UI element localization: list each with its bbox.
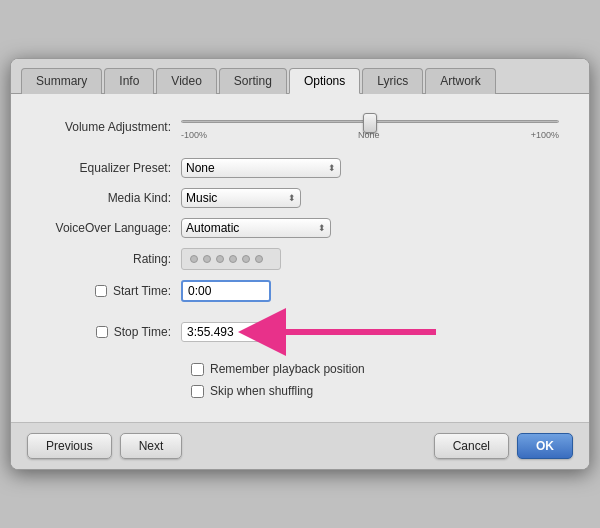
voiceover-label: VoiceOver Language: xyxy=(41,221,181,235)
stop-time-label-col: Stop Time: xyxy=(41,325,181,339)
media-kind-wrapper[interactable]: Music ⬍ xyxy=(181,188,301,208)
start-time-checkbox[interactable] xyxy=(95,285,107,297)
stop-time-label: Stop Time: xyxy=(114,325,171,339)
voiceover-select[interactable]: Automatic xyxy=(181,218,331,238)
cancel-button[interactable]: Cancel xyxy=(434,433,509,459)
skip-shuffling-label: Skip when shuffling xyxy=(210,384,313,398)
volume-label: Volume Adjustment: xyxy=(41,120,181,134)
stop-time-row: Stop Time: xyxy=(41,312,559,352)
rating-dot-2 xyxy=(203,255,211,263)
volume-slider-thumb[interactable] xyxy=(363,113,377,133)
rating-dot-3 xyxy=(216,255,224,263)
voiceover-wrapper[interactable]: Automatic ⬍ xyxy=(181,218,331,238)
dialog: Summary Info Video Sorting Options Lyric… xyxy=(10,58,590,470)
media-kind-row: Media Kind: Music ⬍ xyxy=(41,188,559,208)
tab-video[interactable]: Video xyxy=(156,68,216,94)
volume-slider-track[interactable] xyxy=(181,114,559,128)
start-time-row: Start Time: xyxy=(41,280,559,302)
equalizer-wrapper[interactable]: None ⬍ xyxy=(181,158,341,178)
stop-time-checkbox[interactable] xyxy=(96,326,108,338)
skip-shuffling-checkbox[interactable] xyxy=(191,385,204,398)
remember-playback-row: Remember playback position xyxy=(41,362,559,376)
pink-arrow-icon xyxy=(281,312,441,352)
tab-lyrics[interactable]: Lyrics xyxy=(362,68,423,94)
rating-dot-6 xyxy=(255,255,263,263)
ok-button[interactable]: OK xyxy=(517,433,573,459)
tab-summary[interactable]: Summary xyxy=(21,68,102,94)
volume-slider-line xyxy=(181,120,559,123)
start-time-label-col: Start Time: xyxy=(41,284,181,298)
options-panel: Volume Adjustment: -100% None +100% Equa… xyxy=(11,94,589,422)
media-kind-label: Media Kind: xyxy=(41,191,181,205)
media-kind-select[interactable]: Music xyxy=(181,188,301,208)
equalizer-select[interactable]: None xyxy=(181,158,341,178)
next-button[interactable]: Next xyxy=(120,433,183,459)
voiceover-row: VoiceOver Language: Automatic ⬍ xyxy=(41,218,559,238)
remember-playback-label: Remember playback position xyxy=(210,362,365,376)
start-time-input[interactable] xyxy=(181,280,271,302)
volume-min-label: -100% xyxy=(181,130,207,140)
previous-button[interactable]: Previous xyxy=(27,433,112,459)
skip-shuffling-row: Skip when shuffling xyxy=(41,384,559,398)
equalizer-select-wrapper: None ⬍ xyxy=(181,158,341,178)
bottom-bar: Previous Next Cancel OK xyxy=(11,422,589,469)
tab-artwork[interactable]: Artwork xyxy=(425,68,496,94)
equalizer-row: Equalizer Preset: None ⬍ xyxy=(41,158,559,178)
tab-options[interactable]: Options xyxy=(289,68,360,94)
voiceover-control: Automatic ⬍ xyxy=(181,218,331,238)
rating-row: Rating: xyxy=(41,248,559,270)
stop-time-input[interactable] xyxy=(181,322,271,342)
rating-dot-5 xyxy=(242,255,250,263)
rating-dot-1 xyxy=(190,255,198,263)
bottom-right-buttons: Cancel OK xyxy=(434,433,573,459)
tab-sorting[interactable]: Sorting xyxy=(219,68,287,94)
volume-row: Volume Adjustment: -100% None +100% xyxy=(41,114,559,140)
rating-dots[interactable] xyxy=(181,248,281,270)
remember-playback-checkbox[interactable] xyxy=(191,363,204,376)
tab-info[interactable]: Info xyxy=(104,68,154,94)
stop-time-input-container xyxy=(181,312,441,352)
rating-label: Rating: xyxy=(41,252,181,266)
media-kind-control: Music ⬍ xyxy=(181,188,301,208)
start-time-input-container xyxy=(181,280,271,302)
volume-max-label: +100% xyxy=(531,130,559,140)
tab-bar: Summary Info Video Sorting Options Lyric… xyxy=(11,59,589,94)
start-time-label: Start Time: xyxy=(113,284,171,298)
rating-dot-4 xyxy=(229,255,237,263)
bottom-left-buttons: Previous Next xyxy=(27,433,434,459)
equalizer-label: Equalizer Preset: xyxy=(41,161,181,175)
volume-slider-container: -100% None +100% xyxy=(181,114,559,140)
